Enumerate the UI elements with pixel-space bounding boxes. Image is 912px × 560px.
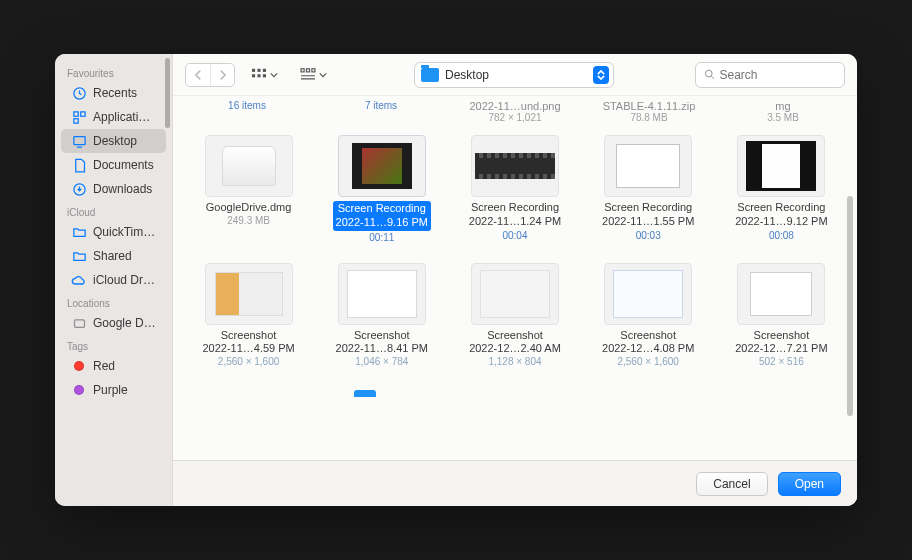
updown-icon [593,66,609,84]
sidebar-item-icloud-drive[interactable]: iCloud Dri… [61,268,166,292]
thumbnail [737,263,825,325]
file-item-screen-recording-1-24[interactable]: Screen Recording2022-11…1.24 PM 00:04 [453,129,576,249]
nav-buttons [185,63,235,87]
sidebar-item-recents[interactable]: Recents [61,81,166,105]
back-button[interactable] [186,64,210,86]
svg-rect-15 [312,68,315,71]
open-file-dialog: Favourites Recents Applicati… Desktop Do… [55,54,857,506]
content-scrollbar[interactable] [847,196,853,416]
main-panel: Desktop 16 items 7 items [173,54,857,506]
folder-icon [71,248,87,264]
folder-icon [421,68,439,82]
file-item-screen-recording-9-16[interactable]: Screen Recording2022-11…9.16 PM 00:11 [320,129,443,249]
dialog-footer: Cancel Open [173,460,857,506]
sidebar-item-documents[interactable]: Documents [61,153,166,177]
thumbnail [471,263,559,325]
forward-button[interactable] [210,64,234,86]
sidebar-item-applications[interactable]: Applicati… [61,105,166,129]
tag-dot-icon [71,358,87,374]
file-item-screenshot-2-40[interactable]: Screenshot2022-12…2.40 AM 1,128 × 804 [453,257,576,374]
folder-icon [71,224,87,240]
thumbnail [338,263,426,325]
svg-rect-8 [257,68,260,71]
sidebar-tag-red[interactable]: Red [61,354,166,378]
disk-icon [71,315,87,331]
sidebar-scrollbar[interactable] [165,58,170,128]
clock-icon [71,85,87,101]
view-icon-button[interactable] [245,63,284,87]
doc-icon [71,157,87,173]
sidebar-item-google-drive[interactable]: Google D… [61,311,166,335]
file-item[interactable]: STABLE-4.1.11.zip 78.8 MB [589,100,709,123]
folder-item[interactable]: 7 items [321,100,441,123]
download-icon [71,181,87,197]
file-item-screenshot-7-21[interactable]: Screenshot2022-12…7.21 PM 502 × 516 [720,257,843,374]
search-field[interactable] [695,62,845,88]
section-icloud: iCloud [55,201,172,220]
thumbnail [205,263,293,325]
location-dropdown[interactable]: Desktop [414,62,614,88]
svg-rect-11 [257,74,260,77]
thumbnail [471,135,559,197]
file-item-screen-recording-9-12[interactable]: Screen Recording2022-11…9.12 PM 00:08 [720,129,843,249]
svg-rect-9 [263,68,266,71]
toolbar: Desktop [173,54,857,96]
svg-rect-14 [306,68,309,71]
thumbnail [737,135,825,197]
cloud-icon [71,272,87,288]
sidebar-item-shared[interactable]: Shared [61,244,166,268]
sidebar-item-quicktime[interactable]: QuickTim… [61,220,166,244]
file-item[interactable]: mg 3.5 MB [723,100,843,123]
tag-dot-icon [71,382,87,398]
chevron-down-icon [319,72,327,78]
file-item[interactable]: 2022-11…und.png 782 × 1,021 [455,100,575,123]
thumbnail [604,263,692,325]
svg-rect-1 [73,111,77,115]
apps-icon [71,109,87,125]
sidebar: Favourites Recents Applicati… Desktop Do… [55,54,173,506]
svg-point-18 [705,70,712,77]
file-item-googledrive-dmg[interactable]: GoogleDrive.dmg 249.3 MB [187,129,310,249]
sidebar-item-desktop[interactable]: Desktop [61,129,166,153]
thumbnail [604,135,692,197]
open-button[interactable]: Open [778,472,841,496]
section-locations: Locations [55,292,172,311]
folder-item[interactable]: 16 items [187,100,307,123]
section-tags: Tags [55,335,172,354]
cancel-button[interactable]: Cancel [696,472,767,496]
svg-rect-6 [74,319,84,327]
thumbnail [338,135,426,197]
svg-rect-13 [301,68,304,71]
desktop-icon [71,133,87,149]
svg-rect-12 [263,74,266,77]
group-button[interactable] [294,63,333,87]
location-label: Desktop [445,68,587,82]
sidebar-tag-purple[interactable]: Purple [61,378,166,402]
svg-rect-10 [252,74,255,77]
file-browser: 16 items 7 items 2022-11…und.png 782 × 1… [173,96,857,460]
file-item-screen-recording-1-55[interactable]: Screen Recording2022-11…1.55 PM 00:03 [587,129,710,249]
file-item-screenshot-8-41[interactable]: Screenshot2022-11…8.41 PM 1,046 × 784 [320,257,443,374]
folder-item-partial[interactable] [320,381,443,399]
chevron-down-icon [270,72,278,78]
file-item-screenshot-4-59[interactable]: Screenshot2022-11…4.59 PM 2,560 × 1,600 [187,257,310,374]
thumbnail [205,135,293,197]
svg-rect-3 [73,118,77,122]
file-item-screenshot-4-08[interactable]: Screenshot2022-12…4.08 PM 2,560 × 1,600 [587,257,710,374]
svg-rect-7 [252,68,255,71]
sidebar-item-downloads[interactable]: Downloads [61,177,166,201]
search-input[interactable] [719,68,836,82]
svg-rect-2 [80,111,84,115]
search-icon [704,68,715,81]
svg-rect-4 [73,136,84,144]
section-favourites: Favourites [55,62,172,81]
